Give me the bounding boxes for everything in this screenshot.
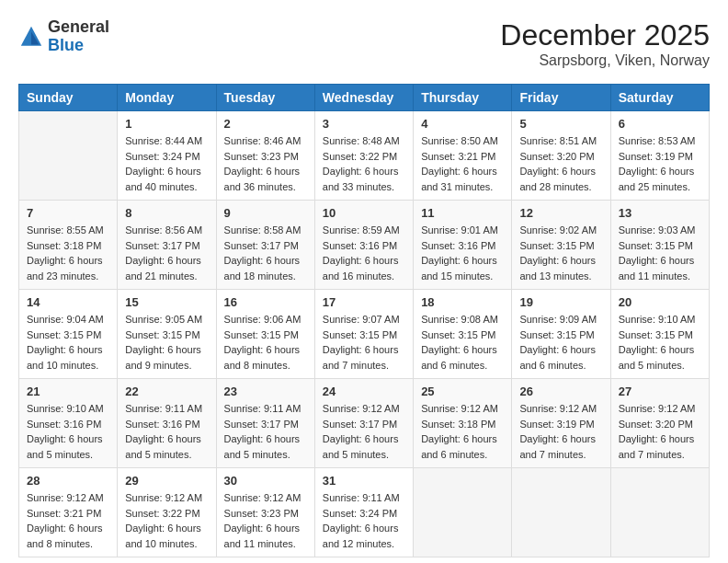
day-number: 13 (619, 206, 701, 220)
daylight: Daylight: 6 hours and 16 minutes. (323, 253, 405, 283)
sunset: Sunset: 3:16 PM (125, 417, 208, 432)
day-number: 14 (27, 295, 109, 309)
sunrise: Sunrise: 9:12 AM (619, 401, 701, 417)
daylight: Daylight: 6 hours and 6 minutes. (519, 342, 602, 373)
calendar-cell: 12 Sunrise: 9:02 AM Sunset: 3:15 PM Dayl… (512, 201, 610, 290)
day-info: Sunrise: 8:46 AM Sunset: 3:23 PM Dayligh… (224, 133, 307, 194)
daylight: Daylight: 6 hours and 36 minutes. (224, 164, 307, 194)
sunrise: Sunrise: 9:11 AM (323, 490, 405, 506)
sunset: Sunset: 3:17 PM (125, 238, 208, 254)
daylight: Daylight: 6 hours and 23 minutes. (27, 253, 109, 283)
day-info: Sunrise: 9:12 AM Sunset: 3:23 PM Dayligh… (224, 490, 307, 551)
day-number: 9 (224, 206, 307, 220)
sunrise: Sunrise: 8:56 AM (125, 223, 208, 238)
day-info: Sunrise: 9:12 AM Sunset: 3:22 PM Dayligh… (125, 490, 208, 551)
calendar-week-3: 14 Sunrise: 9:04 AM Sunset: 3:15 PM Dayl… (19, 290, 710, 379)
day-info: Sunrise: 8:51 AM Sunset: 3:20 PM Dayligh… (519, 133, 602, 194)
sunset: Sunset: 3:21 PM (421, 149, 504, 165)
calendar-cell: 28 Sunrise: 9:12 AM Sunset: 3:21 PM Dayl… (19, 468, 118, 557)
calendar-cell: 24 Sunrise: 9:12 AM Sunset: 3:17 PM Dayl… (314, 379, 413, 468)
sunset: Sunset: 3:23 PM (224, 149, 307, 165)
sunset: Sunset: 3:16 PM (421, 238, 504, 254)
day-number: 23 (224, 385, 307, 398)
day-info: Sunrise: 9:11 AM Sunset: 3:17 PM Dayligh… (224, 401, 307, 462)
day-number: 15 (125, 295, 208, 309)
logo-blue: Blue (48, 37, 109, 55)
day-number: 16 (224, 295, 307, 309)
daylight: Daylight: 6 hours and 10 minutes. (125, 521, 208, 551)
day-number: 28 (27, 474, 109, 488)
sunset: Sunset: 3:24 PM (323, 506, 405, 522)
sunset: Sunset: 3:23 PM (224, 506, 307, 522)
sunrise: Sunrise: 8:53 AM (619, 133, 701, 149)
calendar-week-4: 21 Sunrise: 9:10 AM Sunset: 3:16 PM Dayl… (19, 379, 710, 468)
calendar-cell: 11 Sunrise: 9:01 AM Sunset: 3:16 PM Dayl… (414, 201, 512, 290)
daylight: Daylight: 6 hours and 10 minutes. (27, 342, 109, 373)
day-number: 2 (224, 117, 307, 131)
day-number: 25 (421, 385, 504, 398)
day-info: Sunrise: 8:55 AM Sunset: 3:18 PM Dayligh… (27, 223, 109, 283)
daylight: Daylight: 6 hours and 5 minutes. (323, 431, 405, 462)
sunset: Sunset: 3:15 PM (224, 327, 307, 343)
sunrise: Sunrise: 9:12 AM (519, 401, 602, 417)
day-info: Sunrise: 9:10 AM Sunset: 3:16 PM Dayligh… (27, 401, 109, 462)
calendar-cell: 26 Sunrise: 9:12 AM Sunset: 3:19 PM Dayl… (512, 379, 610, 468)
sunset: Sunset: 3:15 PM (27, 327, 109, 343)
day-number: 31 (323, 474, 405, 488)
day-number: 12 (519, 206, 602, 220)
sunset: Sunset: 3:15 PM (619, 238, 701, 254)
day-number: 30 (224, 474, 307, 488)
sunrise: Sunrise: 9:09 AM (519, 312, 602, 327)
sunset: Sunset: 3:22 PM (323, 149, 405, 165)
day-number: 29 (125, 474, 208, 488)
daylight: Daylight: 6 hours and 6 minutes. (421, 342, 504, 373)
sunrise: Sunrise: 9:07 AM (323, 312, 405, 327)
daylight: Daylight: 6 hours and 5 minutes. (224, 431, 307, 462)
sunrise: Sunrise: 9:02 AM (519, 223, 602, 238)
calendar-cell: 27 Sunrise: 9:12 AM Sunset: 3:20 PM Dayl… (610, 379, 709, 468)
logo: General Blue (18, 18, 109, 55)
daylight: Daylight: 6 hours and 28 minutes. (519, 164, 602, 194)
day-info: Sunrise: 9:08 AM Sunset: 3:15 PM Dayligh… (421, 312, 504, 373)
logo-text: General Blue (48, 18, 109, 55)
day-info: Sunrise: 9:12 AM Sunset: 3:21 PM Dayligh… (27, 490, 109, 551)
sunrise: Sunrise: 8:59 AM (323, 223, 405, 238)
day-number: 11 (421, 206, 504, 220)
sunset: Sunset: 3:16 PM (323, 238, 405, 254)
calendar-cell: 15 Sunrise: 9:05 AM Sunset: 3:15 PM Dayl… (118, 290, 216, 379)
daylight: Daylight: 6 hours and 11 minutes. (619, 253, 701, 283)
location: Sarpsborg, Viken, Norway (500, 52, 710, 69)
sunset: Sunset: 3:18 PM (421, 417, 504, 432)
day-number: 17 (323, 295, 405, 309)
logo-general: General (48, 18, 109, 37)
day-info: Sunrise: 8:44 AM Sunset: 3:24 PM Dayligh… (125, 133, 208, 194)
sunrise: Sunrise: 9:05 AM (125, 312, 208, 327)
daylight: Daylight: 6 hours and 6 minutes. (421, 431, 504, 462)
sunset: Sunset: 3:15 PM (421, 327, 504, 343)
calendar-cell: 4 Sunrise: 8:50 AM Sunset: 3:21 PM Dayli… (414, 111, 512, 201)
sunset: Sunset: 3:19 PM (619, 149, 701, 165)
sunrise: Sunrise: 9:04 AM (27, 312, 109, 327)
day-number: 3 (323, 117, 405, 131)
calendar-week-1: 1 Sunrise: 8:44 AM Sunset: 3:24 PM Dayli… (19, 111, 710, 201)
calendar-header-row: SundayMondayTuesdayWednesdayThursdayFrid… (19, 85, 710, 111)
header-monday: Monday (118, 85, 216, 111)
daylight: Daylight: 6 hours and 5 minutes. (27, 431, 109, 462)
header-thursday: Thursday (414, 85, 512, 111)
day-info: Sunrise: 8:56 AM Sunset: 3:17 PM Dayligh… (125, 223, 208, 283)
day-number: 7 (27, 206, 109, 220)
calendar-cell (414, 468, 512, 557)
calendar-cell: 30 Sunrise: 9:12 AM Sunset: 3:23 PM Dayl… (216, 468, 314, 557)
calendar-cell: 21 Sunrise: 9:10 AM Sunset: 3:16 PM Dayl… (19, 379, 118, 468)
calendar-cell: 8 Sunrise: 8:56 AM Sunset: 3:17 PM Dayli… (118, 201, 216, 290)
sunrise: Sunrise: 9:12 AM (421, 401, 504, 417)
title-section: December 2025 Sarpsborg, Viken, Norway (500, 18, 710, 69)
day-info: Sunrise: 9:06 AM Sunset: 3:15 PM Dayligh… (224, 312, 307, 373)
calendar-cell: 22 Sunrise: 9:11 AM Sunset: 3:16 PM Dayl… (118, 379, 216, 468)
day-number: 4 (421, 117, 504, 131)
calendar-cell: 9 Sunrise: 8:58 AM Sunset: 3:17 PM Dayli… (216, 201, 314, 290)
calendar-cell: 3 Sunrise: 8:48 AM Sunset: 3:22 PM Dayli… (314, 111, 413, 201)
sunrise: Sunrise: 9:10 AM (619, 312, 701, 327)
day-number: 19 (519, 295, 602, 309)
sunset: Sunset: 3:15 PM (519, 238, 602, 254)
